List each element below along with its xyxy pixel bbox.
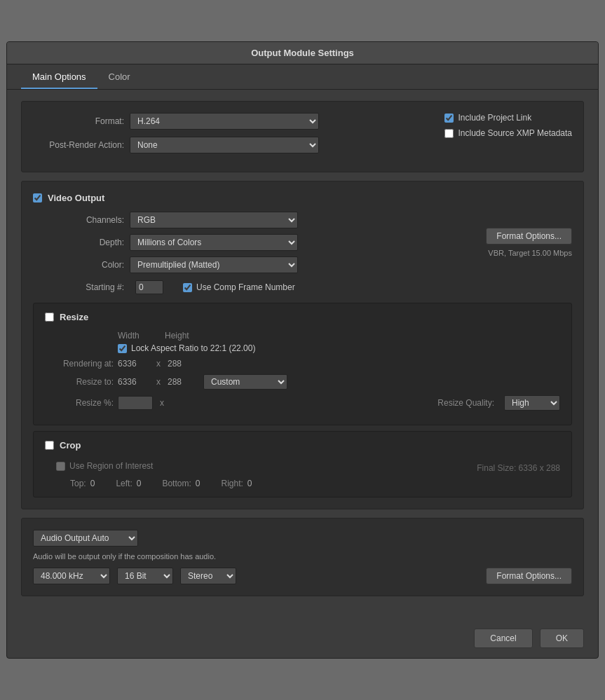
- right-coord: Right: 0: [221, 479, 252, 488]
- use-comp-frame-checkbox[interactable]: [183, 283, 192, 292]
- crop-checkbox[interactable]: [45, 441, 54, 450]
- resize-header: Resize: [45, 312, 560, 322]
- starting-row: Starting #: Use Comp Frame Number: [33, 280, 572, 294]
- include-source-xmp-checkbox[interactable]: [444, 129, 454, 138]
- rendering-at-h: 288: [168, 359, 199, 369]
- use-region-row: Use Region of Interest Final Size: 6336 …: [56, 459, 560, 473]
- dialog-body: Format: H.264 Post-Render Action: None: [7, 90, 598, 619]
- lock-aspect-label: Lock Aspect Ratio to 22:1 (22.00): [131, 343, 255, 353]
- video-output-checkbox[interactable]: [33, 193, 42, 203]
- include-project-link-label: Include Project Link: [458, 113, 531, 123]
- use-region-checkbox[interactable]: [56, 462, 65, 471]
- depth-row: Depth: Millions of Colors: [33, 234, 298, 251]
- include-project-link-row: Include Project Link: [444, 113, 572, 123]
- format-section: Format: H.264 Post-Render Action: None: [21, 101, 584, 172]
- resize-pct-row: Resize %: x Resize Quality: High: [50, 395, 560, 411]
- cancel-button[interactable]: Cancel: [474, 629, 532, 648]
- video-controls-row: Channels: RGB Depth: Millions of Colors …: [33, 212, 572, 273]
- resize-checkbox[interactable]: [45, 313, 54, 322]
- ok-button[interactable]: OK: [540, 629, 584, 648]
- crop-label: Crop: [60, 440, 81, 451]
- audio-channels-select[interactable]: Stereo: [180, 568, 236, 584]
- resize-to-row: Resize to: 6336 x 288 Custom: [50, 374, 560, 390]
- post-render-row: Post-Render Action: None: [33, 137, 402, 153]
- tab-color[interactable]: Color: [97, 64, 142, 89]
- rendering-at-label: Rendering at:: [50, 359, 114, 369]
- format-label: Format:: [33, 116, 124, 126]
- lock-aspect-checkbox[interactable]: [118, 344, 127, 353]
- depth-label: Depth:: [33, 238, 124, 247]
- bottom-buttons: Cancel OK: [7, 619, 598, 658]
- post-render-select[interactable]: None: [130, 137, 319, 153]
- resize-to-w: 6336: [118, 377, 149, 387]
- resize-label: Resize: [60, 312, 88, 322]
- channels-row: Channels: RGB: [33, 212, 298, 228]
- crop-header: Crop: [45, 440, 560, 451]
- right-value: 0: [247, 479, 252, 488]
- top-coord: Top: 0: [70, 479, 95, 488]
- bit-depth-select[interactable]: 16 Bit: [117, 568, 173, 584]
- channels-select[interactable]: RGB: [130, 212, 298, 228]
- right-options: Include Project Link Include Source XMP …: [444, 113, 572, 160]
- lock-aspect-row: Lock Aspect Ratio to 22:1 (22.00): [50, 343, 560, 353]
- resize-to-label: Resize to:: [50, 377, 114, 387]
- use-region-label: Use Region of Interest: [69, 461, 153, 471]
- tab-main-options[interactable]: Main Options: [21, 64, 97, 89]
- rendering-at-w: 6336: [118, 359, 149, 369]
- resize-quality-select[interactable]: High: [504, 395, 560, 411]
- rendering-at-row: Rendering at: 6336 x 288: [50, 359, 560, 369]
- audio-output-row: Audio Output Auto: [33, 530, 572, 547]
- resize-pct-label: Resize %:: [50, 398, 114, 408]
- height-col-header: Height: [165, 331, 196, 341]
- bottom-value: 0: [196, 479, 200, 488]
- channels-left: Channels: RGB Depth: Millions of Colors …: [33, 212, 298, 273]
- bottom-label: Bottom:: [162, 479, 191, 488]
- post-render-label: Post-Render Action:: [33, 140, 124, 150]
- bottom-coord: Bottom: 0: [162, 479, 200, 488]
- final-size-label: Final Size: 6336 x 288: [477, 463, 560, 473]
- starting-label: Starting #:: [33, 282, 124, 292]
- right-label: Right:: [221, 479, 243, 488]
- left-coord: Left: 0: [116, 479, 141, 488]
- left-label: Left:: [116, 479, 132, 488]
- color-row: Color: Premultiplied (Matted): [33, 256, 298, 273]
- resize-pct-w-input[interactable]: [118, 396, 153, 410]
- audio-format-options-btn[interactable]: Format Options...: [486, 568, 572, 584]
- audio-output-select[interactable]: Audio Output Auto: [33, 530, 138, 547]
- color-label: Color:: [33, 260, 124, 270]
- top-label: Top:: [70, 479, 86, 488]
- use-comp-frame-row: Use Comp Frame Number: [183, 282, 295, 292]
- channels-right: Format Options... VBR, Target 15.00 Mbps: [481, 228, 572, 257]
- starting-input[interactable]: [135, 280, 163, 294]
- video-format-options-btn[interactable]: Format Options...: [486, 228, 572, 245]
- video-output-header: Video Output: [33, 193, 572, 203]
- resize-to-h: 288: [168, 377, 199, 387]
- depth-select[interactable]: Millions of Colors: [130, 234, 298, 251]
- include-project-link-checkbox[interactable]: [444, 114, 454, 123]
- video-output-label: Video Output: [48, 193, 104, 203]
- resize-col-headers: Width Height: [50, 331, 560, 341]
- resize-content: Width Height Lock Aspect Ratio to 22:1 (…: [45, 331, 560, 411]
- output-module-settings-dialog: Output Module Settings Main Options Colo…: [6, 41, 599, 659]
- dialog-title: Output Module Settings: [7, 42, 598, 64]
- audio-note: Audio will be output only if the composi…: [33, 552, 572, 561]
- sample-rate-select[interactable]: 48.000 kHz: [33, 568, 110, 584]
- audio-output-section: Audio Output Auto Audio will be output o…: [21, 518, 584, 596]
- format-row: Format: H.264: [33, 113, 402, 130]
- use-comp-frame-label: Use Comp Frame Number: [196, 282, 295, 292]
- color-select[interactable]: Premultiplied (Matted): [130, 256, 298, 273]
- resize-quality-label: Resize Quality:: [437, 398, 494, 408]
- crop-coords: Top: 0 Left: 0 Bottom: 0 Right:: [56, 479, 560, 488]
- width-col-header: Width: [118, 331, 149, 341]
- include-source-xmp-row: Include Source XMP Metadata: [444, 128, 572, 138]
- crop-subsection: Crop Use Region of Interest Final Size: …: [33, 431, 572, 497]
- resize-subsection: Resize Width Height Lock Aspect Ratio to…: [33, 303, 572, 425]
- vbr-info: VBR, Target 15.00 Mbps: [488, 249, 572, 257]
- crop-content: Use Region of Interest Final Size: 6336 …: [45, 459, 560, 488]
- include-source-xmp-label: Include Source XMP Metadata: [458, 128, 572, 138]
- audio-format-row: 48.000 kHz 16 Bit Stereo Format Options.…: [33, 568, 572, 584]
- format-select[interactable]: H.264: [130, 113, 319, 130]
- resize-custom-select[interactable]: Custom: [203, 374, 287, 390]
- channels-label: Channels:: [33, 215, 124, 225]
- top-value: 0: [90, 479, 95, 488]
